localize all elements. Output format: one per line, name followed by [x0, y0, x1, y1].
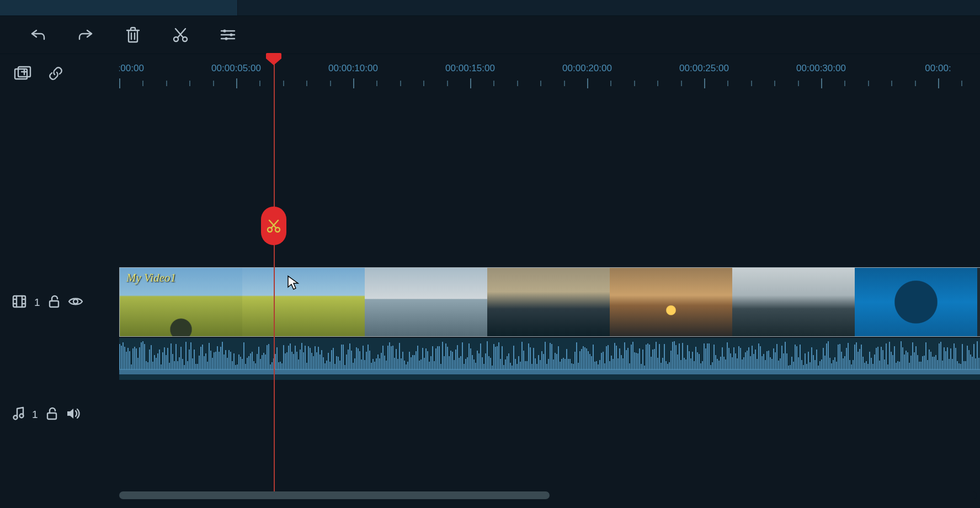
- svg-point-4: [225, 37, 227, 40]
- svg-rect-5: [15, 69, 27, 79]
- ruler-timecode: 00:00:: [925, 63, 951, 74]
- music-track-number: 1: [32, 409, 38, 421]
- timeline-toolbar: [0, 16, 980, 54]
- adjust-button[interactable]: [219, 25, 237, 44]
- top-tab-strip: [0, 0, 980, 16]
- clip-thumbnail: [365, 268, 487, 336]
- clip-thumbnail: [610, 268, 732, 336]
- audio-waveform-clip[interactable]: [119, 338, 980, 380]
- unlock-icon[interactable]: [48, 295, 60, 311]
- speaker-icon[interactable]: [66, 407, 80, 423]
- ruler-head-controls: [0, 54, 119, 102]
- waveform: [119, 338, 980, 380]
- track-gap: [0, 383, 980, 396]
- clip-thumbnail: My Video1: [120, 268, 242, 336]
- svg-point-13: [20, 414, 24, 417]
- link-button[interactable]: [46, 64, 65, 83]
- playhead-handle[interactable]: [266, 53, 281, 65]
- redo-button[interactable]: [76, 25, 95, 44]
- video-track-row: 1 My Video1: [0, 267, 980, 338]
- ruler-timecode: 00:00:30:00: [796, 63, 846, 74]
- horizontal-scrollbar[interactable]: [119, 491, 977, 499]
- music-note-icon: [12, 406, 24, 424]
- ruler-timecode: 00:00:05:00: [211, 63, 261, 74]
- split-marker-button[interactable]: [261, 207, 286, 245]
- ruler-timecode: 00:00:10:00: [328, 63, 378, 74]
- clip-thumbnail: [242, 268, 365, 336]
- music-track-row: 1: [0, 396, 980, 433]
- svg-point-11: [73, 299, 78, 304]
- delete-button[interactable]: [124, 25, 142, 44]
- unlock-icon[interactable]: [46, 407, 58, 423]
- tracks-area: 1 My Video1: [0, 100, 980, 508]
- time-ruler[interactable]: 00:00:00:0000:00:05:0000:00:10:0000:00:1…: [119, 54, 980, 102]
- clip-thumbnail: [855, 268, 977, 336]
- music-track-content[interactable]: [119, 396, 980, 433]
- scrollbar-thumb[interactable]: [119, 491, 550, 499]
- split-button[interactable]: [171, 25, 190, 44]
- svg-point-12: [14, 415, 18, 419]
- active-tab[interactable]: [0, 0, 238, 15]
- video-editor-timeline: 00:00:00:0000:00:05:0000:00:10:0000:00:1…: [0, 0, 980, 508]
- clip-thumbnail: [487, 268, 610, 336]
- ruler-timecode: 00:00:00:00: [119, 63, 144, 74]
- add-marker-button[interactable]: [13, 64, 32, 83]
- undo-button[interactable]: [29, 25, 47, 44]
- video-track-header: 1: [0, 267, 119, 338]
- timeline-ruler-row: 00:00:00:0000:00:05:0000:00:10:0000:00:1…: [0, 54, 980, 102]
- clip-name-label: My Video1: [126, 271, 176, 285]
- svg-rect-14: [47, 413, 56, 419]
- video-track-content[interactable]: My Video1: [119, 267, 980, 338]
- video-track-number: 1: [34, 297, 40, 309]
- clip-thumbnail: [732, 268, 855, 336]
- eye-icon[interactable]: [68, 296, 83, 310]
- video-clip[interactable]: My Video1: [119, 267, 980, 337]
- video-audio-row: [0, 338, 980, 383]
- svg-rect-10: [50, 301, 58, 307]
- svg-rect-9: [13, 296, 25, 307]
- music-track-header: 1: [0, 396, 119, 433]
- svg-point-3: [230, 33, 232, 36]
- ruler-timecode: 00:00:20:00: [562, 63, 612, 74]
- svg-point-2: [223, 29, 226, 32]
- ruler-timecode: 00:00:25:00: [679, 63, 729, 74]
- film-icon: [12, 295, 26, 311]
- empty-track-space: [0, 100, 980, 267]
- ruler-timecode: 00:00:15:00: [445, 63, 495, 74]
